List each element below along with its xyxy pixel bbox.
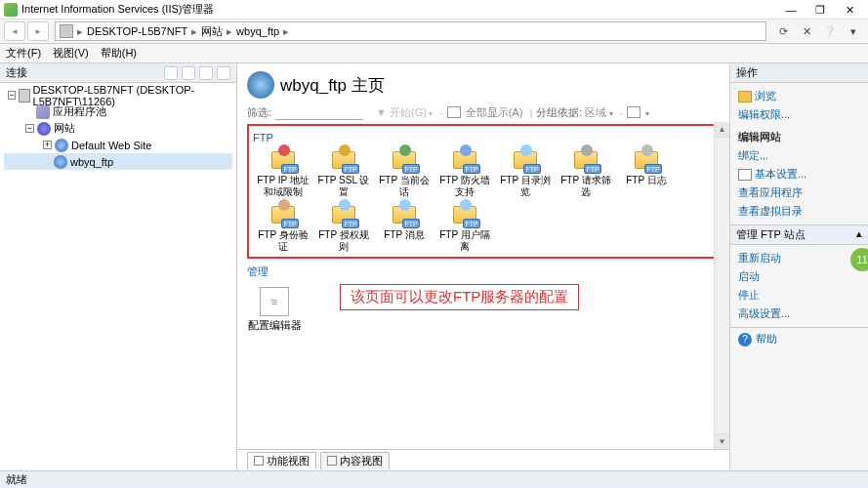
ftp-feature-item[interactable]: FTPFTP 当前会话 [376, 145, 433, 198]
navbar: ▸ DESKTOP-L5B7NFT ▸ 网站 ▸ wbyq_ftp ▸ ⟳ ✕ … [0, 20, 868, 44]
breadcrumb[interactable]: ▸ DESKTOP-L5B7NFT ▸ 网站 ▸ wbyq_ftp ▸ [55, 21, 766, 41]
ftp-feature-label: FTP 用户隔离 [436, 229, 493, 253]
server-icon [60, 24, 73, 38]
breadcrumb-server[interactable]: DESKTOP-L5B7NFT [87, 25, 187, 37]
action-edit-permissions[interactable]: 编辑权限... [738, 105, 860, 124]
ftp-group-box: FTP FTPFTP IP 地址和域限制FTPFTP SSL 设置FTPFTP … [247, 124, 720, 259]
ftp-folder-icon: FTP [390, 145, 419, 173]
maximize-button[interactable]: ❐ [806, 1, 835, 19]
globe-icon [37, 122, 51, 136]
connections-tool-1[interactable] [164, 66, 178, 80]
tree-default-web-site[interactable]: + Default Web Site [4, 137, 232, 153]
content-area: FTP FTPFTP IP 地址和域限制FTPFTP SSL 设置FTPFTP … [237, 122, 729, 449]
filter-label: 筛选: [247, 105, 271, 120]
actions-header: 操作 [730, 63, 868, 83]
ftp-feature-item[interactable]: FTPFTP 目录浏览 [497, 145, 554, 198]
help-nav-button[interactable]: ❔ [819, 21, 841, 41]
ftp-folder-icon: FTP [269, 145, 298, 173]
go-dropdown[interactable]: ▼ 开始(G) [376, 105, 433, 120]
tree-server[interactable]: − DESKTOP-L5B7NFT (DESKTOP-L5B7NFT\11266… [4, 87, 232, 103]
tree-expander[interactable]: − [25, 124, 34, 133]
manage-ftp-site-header[interactable]: 管理 FTP 站点 ▴ [730, 224, 868, 245]
tab-features-label: 功能视图 [267, 454, 310, 468]
action-help[interactable]: ? 帮助 [730, 328, 868, 350]
action-view-apps[interactable]: 查看应用程序 [738, 183, 860, 202]
breadcrumb-site[interactable]: wbyq_ftp [236, 25, 279, 37]
action-stop[interactable]: 停止 [738, 286, 860, 305]
notification-bubble[interactable]: 11 [850, 248, 868, 271]
menu-help[interactable]: 帮助(H) [101, 46, 137, 61]
tree-expander[interactable]: − [8, 91, 16, 100]
action-explore[interactable]: 浏览 [738, 87, 860, 105]
ftp-feature-label: FTP 当前会话 [376, 175, 433, 198]
ftp-feature-label: FTP 授权规则 [315, 229, 372, 253]
ftp-feature-item[interactable]: FTPFTP 授权规则 [315, 200, 372, 253]
connections-tool-4[interactable] [217, 66, 230, 80]
show-all-button[interactable]: 全部显示(A) [466, 105, 523, 120]
action-start[interactable]: 启动 [738, 267, 860, 286]
globe-icon [55, 139, 68, 152]
window-title: Internet Information Services (IIS)管理器 [21, 2, 776, 17]
settings-icon [738, 169, 752, 181]
view-dropdown[interactable] [645, 106, 649, 118]
ftp-feature-item[interactable]: FTPFTP 请求筛选 [558, 145, 614, 198]
close-button[interactable]: ✕ [835, 1, 864, 19]
scroll-up-icon[interactable]: ▲ [715, 122, 729, 138]
features-icon [254, 456, 264, 466]
ftp-folder-icon: FTP [329, 200, 358, 227]
tree-wbyq-ftp[interactable]: wbyq_ftp [4, 153, 232, 170]
ftp-feature-item[interactable]: FTPFTP 身份验证 [255, 200, 311, 253]
tree-expander[interactable]: + [43, 141, 52, 149]
ftp-folder-icon: FTP [269, 200, 298, 227]
config-editor-label: 配置编辑器 [247, 318, 302, 333]
connections-title: 连接 [6, 65, 27, 80]
tab-content-view[interactable]: 内容视图 [320, 452, 390, 469]
refresh-nav-button[interactable]: ⟳ [772, 21, 794, 41]
breadcrumb-sites[interactable]: 网站 [201, 24, 223, 39]
scrollbar[interactable]: ▲ ▼ [714, 122, 729, 449]
stop-nav-button[interactable]: ✕ [796, 21, 817, 41]
breadcrumb-sep: ▸ [191, 25, 197, 38]
forward-button[interactable] [27, 21, 49, 41]
pool-icon [36, 105, 50, 119]
statusbar: 就绪 [0, 470, 868, 488]
site-icon [247, 71, 274, 99]
ftp-feature-item[interactable]: FTPFTP 用户隔离 [436, 200, 493, 253]
page-title: wbyq_ftp 主页 [280, 74, 385, 97]
ftp-folder-icon: FTP [511, 145, 540, 173]
connections-panel: 连接 − DESKTOP-L5B7NFT (DESKTOP-L5B7NFT\11… [0, 63, 237, 470]
action-advanced[interactable]: 高级设置... [738, 305, 860, 323]
ftp-feature-label: FTP SSL 设置 [315, 175, 372, 198]
collapse-icon[interactable]: ▴ [856, 227, 862, 240]
tree-sites[interactable]: − 网站 [4, 120, 232, 137]
menu-view[interactable]: 视图(V) [53, 46, 89, 61]
filter-input[interactable] [275, 104, 363, 120]
ftp-folder-icon: FTP [450, 200, 479, 227]
tab-features-view[interactable]: 功能视图 [247, 452, 316, 469]
action-basic-settings[interactable]: 基本设置... [738, 165, 860, 183]
connections-tree: − DESKTOP-L5B7NFT (DESKTOP-L5B7NFT\11266… [0, 83, 236, 174]
config-editor-item[interactable]: ≡ 配置编辑器 [247, 287, 302, 333]
ftp-folder-icon: FTP [450, 145, 479, 173]
connections-tool-3[interactable] [199, 66, 213, 80]
action-view-vdirs[interactable]: 查看虚拟目录 [738, 202, 860, 221]
minimize-button[interactable]: — [776, 1, 806, 19]
action-bindings[interactable]: 绑定... [738, 146, 860, 165]
scroll-down-icon[interactable]: ▼ [715, 433, 729, 449]
tree-server-label: DESKTOP-L5B7NFT (DESKTOP-L5B7NFT\11266) [33, 84, 232, 107]
group-by-dropdown[interactable]: 区域 [585, 105, 612, 120]
ftp-feature-item[interactable]: FTPFTP 日志 [618, 145, 675, 198]
ftp-feature-item[interactable]: FTPFTP IP 地址和域限制 [255, 145, 311, 198]
action-restart[interactable]: 重新启动 [738, 249, 860, 267]
ftp-feature-item[interactable]: FTPFTP 防火墙支持 [436, 145, 493, 198]
management-group-label: 管理 [247, 263, 720, 281]
menu-file[interactable]: 文件(F) [6, 46, 41, 61]
ftp-feature-item[interactable]: FTPFTP SSL 设置 [315, 145, 372, 198]
nav-dropdown[interactable]: ▾ [843, 21, 864, 41]
back-button[interactable] [4, 21, 25, 41]
status-text: 就绪 [6, 472, 27, 487]
ftp-feature-item[interactable]: FTPFTP 消息 [376, 200, 433, 253]
connections-tool-2[interactable] [182, 66, 195, 80]
ftp-folder-icon: FTP [632, 145, 661, 173]
titlebar: Internet Information Services (IIS)管理器 —… [0, 0, 868, 20]
